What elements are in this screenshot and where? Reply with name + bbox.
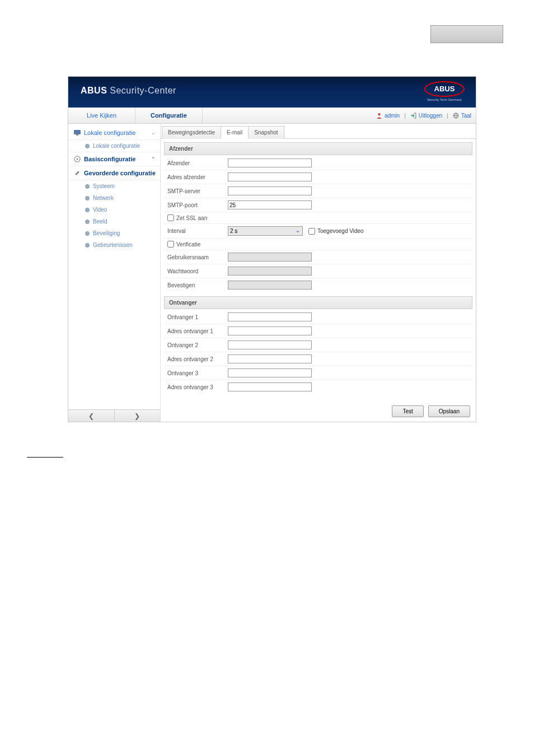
chevron-down-icon: ⌄: [151, 170, 156, 176]
svg-point-0: [378, 114, 380, 116]
menubar: Live Kijken Configuratie admin | Uitlogg…: [68, 108, 476, 124]
lbl-recv3: Ontvanger 3: [167, 370, 228, 376]
sidebar: Lokale configuratie ⌄ Lokale configurati…: [68, 124, 161, 422]
sidebar-item-network[interactable]: Netwerk: [68, 192, 160, 204]
lbl-sender: Afzender: [167, 160, 228, 166]
sidebar-basic-config[interactable]: Basisconfiguratie ⌃: [68, 152, 160, 166]
svg-point-7: [77, 158, 78, 160]
svg-rect-5: [76, 134, 78, 136]
brand-title: ABUS Security-Center: [81, 86, 176, 96]
input-recv2-addr[interactable]: [228, 354, 312, 363]
menu-live[interactable]: Live Kijken: [68, 108, 135, 123]
lbl-username: Gebruikersnaam: [167, 254, 228, 260]
sidebar-item-security[interactable]: Beveiliging: [68, 227, 160, 239]
sidebar-nav-left[interactable]: ❮: [68, 410, 115, 422]
sidebar-nav-right[interactable]: ❯: [115, 410, 161, 422]
input-recv1[interactable]: [228, 312, 312, 321]
chevron-up-icon: ⌃: [151, 156, 156, 162]
monitor-icon: [74, 129, 81, 136]
input-sender-address[interactable]: [228, 172, 312, 181]
lbl-recv3-addr: Adres ontvanger 3: [167, 384, 228, 390]
input-recv3[interactable]: [228, 368, 312, 377]
top-gray-button[interactable]: [430, 25, 503, 43]
sidebar-item-image[interactable]: Beeld: [68, 216, 160, 227]
sidebar-item-events[interactable]: Gebeurtenissen: [68, 239, 160, 251]
sidebar-advanced-config[interactable]: Gevorderde configuratie ⌄: [68, 166, 160, 180]
app-window: ABUS Security-Center ABUS Security Tech …: [68, 76, 476, 422]
input-sender[interactable]: [228, 158, 312, 167]
chevron-down-icon: ⌄: [151, 130, 156, 136]
tab-snapshot[interactable]: Snapshot: [248, 126, 284, 139]
input-username: [228, 253, 312, 262]
logout-icon: [410, 113, 416, 119]
lang-link[interactable]: Taal: [461, 113, 471, 119]
section-sender: Afzender: [164, 142, 472, 155]
sidebar-footer: ❮ ❯: [68, 409, 160, 422]
lbl-recv2-addr: Adres ontvanger 2: [167, 356, 228, 362]
save-button[interactable]: Opslaan: [428, 405, 470, 417]
sidebar-item-system[interactable]: Systeem: [68, 180, 160, 192]
sidebar-local-config-sub[interactable]: Lokale configuratie: [68, 140, 160, 152]
lbl-sender-address: Adres afzender: [167, 174, 228, 180]
test-button[interactable]: Test: [392, 405, 423, 417]
select-interval[interactable]: 2 s: [228, 226, 303, 236]
lbl-recv2: Ontvanger 2: [167, 342, 228, 348]
sidebar-local-config[interactable]: Lokale configuratie ⌄: [68, 126, 160, 140]
menu-config[interactable]: Configuratie: [135, 108, 203, 123]
chk-attached-video[interactable]: [308, 228, 315, 235]
underline: [27, 457, 63, 458]
globe-icon: [453, 113, 459, 119]
gear-icon: [74, 156, 81, 162]
lbl-recv1: Ontvanger 1: [167, 314, 228, 320]
lbl-password: Wachtwoord: [167, 268, 228, 274]
tab-email[interactable]: E-mail: [221, 126, 249, 139]
tab-motion[interactable]: Bewegingsdetectie: [162, 126, 221, 139]
lbl-smtp-server: SMTP-server: [167, 188, 228, 194]
sidebar-item-video[interactable]: Video: [68, 204, 160, 216]
header: ABUS Security-Center ABUS Security Tech …: [68, 77, 476, 108]
user-icon: [376, 113, 382, 119]
section-receiver: Ontvanger: [164, 296, 472, 309]
input-recv1-addr[interactable]: [228, 326, 312, 335]
svg-rect-4: [74, 130, 81, 134]
input-confirm: [228, 281, 312, 290]
chk-ssl[interactable]: [167, 214, 174, 221]
input-smtp-port[interactable]: [228, 200, 312, 209]
input-recv3-addr[interactable]: [228, 382, 312, 391]
tabs: Bewegingsdetectie E-mail Snapshot: [161, 126, 476, 139]
input-password: [228, 267, 312, 276]
lbl-recv1-addr: Adres ontvanger 1: [167, 328, 228, 334]
lbl-interval: Interval: [167, 228, 228, 234]
logout-link[interactable]: Uitloggen: [419, 113, 442, 119]
lbl-verify: Verificatie: [176, 241, 200, 248]
user-name: admin: [385, 113, 400, 119]
input-recv2[interactable]: [228, 340, 312, 349]
lbl-attached-video: Toegevoegd Video: [317, 228, 364, 234]
lbl-confirm: Bevestigen: [167, 282, 228, 288]
chk-verify[interactable]: [167, 241, 174, 248]
main-panel: Bewegingsdetectie E-mail Snapshot Afzend…: [161, 124, 476, 422]
wrench-icon: [74, 170, 81, 176]
lbl-ssl: Zet SSL aan: [176, 215, 207, 221]
input-smtp-server[interactable]: [228, 186, 312, 195]
lbl-smtp-port: SMTP-poort: [167, 202, 228, 208]
brand-logo: ABUS Security Tech Germany: [424, 81, 465, 101]
